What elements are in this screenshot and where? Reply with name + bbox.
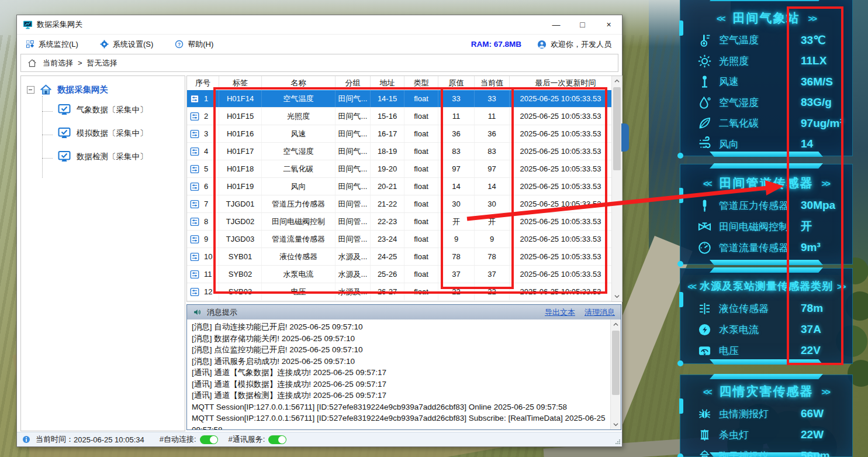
help-icon: ? — [174, 39, 184, 49]
log-line: [消息] 通讯服务启动成功! 2025-06-25 09:57:10 — [192, 356, 608, 367]
column-header[interactable]: 当前值 — [475, 76, 510, 90]
sensor-label: 液位传感器 — [719, 302, 769, 315]
row-number: 8 — [204, 217, 208, 226]
scroll-down-arrow[interactable] — [612, 291, 622, 301]
table-cell: float — [404, 248, 438, 265]
table-row[interactable]: 7TJGD01管道压力传感器田间管...21-22float30302025-0… — [187, 195, 612, 213]
log-scroll-thumb[interactable] — [612, 331, 620, 395]
row-number: 7 — [204, 200, 208, 208]
avatar-icon — [537, 39, 547, 50]
menu-system-monitor[interactable]: 系统监控(L) — [25, 39, 78, 50]
table-cell: 管道流量传感器 — [262, 231, 336, 248]
sensor-value: 36M/S — [801, 75, 833, 88]
table-row[interactable]: 10SYB01液位传感器水源及...24-25float78782025-06-… — [187, 248, 612, 266]
column-header[interactable]: 地址 — [371, 76, 404, 90]
menu-help[interactable]: ? 帮助(H) — [174, 39, 213, 50]
sun-icon — [697, 53, 713, 69]
prev-section-chevron[interactable]: << — [717, 13, 725, 23]
scroll-up-arrow[interactable] — [612, 76, 622, 86]
sensor-label: 田间电磁阀控制 — [719, 220, 789, 233]
menu-label: 系统监控(L) — [39, 39, 78, 50]
tree-node-channel[interactable]: 数据检测〔采集中〕 — [57, 150, 148, 164]
row-icon — [189, 129, 200, 139]
next-section-chevron[interactable]: >> — [837, 281, 845, 291]
auto-connect-toggle[interactable] — [200, 435, 218, 444]
table-row[interactable]: 9TJGD03管道流量传感器田间管...23-24float992025-06-… — [187, 231, 612, 248]
table-cell: 30 — [475, 195, 510, 212]
prev-section-chevron[interactable]: << — [703, 178, 711, 188]
table-cell: 83 — [438, 143, 475, 160]
table-cell: 田间管... — [336, 195, 371, 212]
scroll-thumb[interactable] — [613, 87, 621, 170]
clear-messages-link[interactable]: 清理消息 — [585, 307, 615, 318]
prev-section-chevron[interactable]: << — [703, 387, 711, 397]
column-header[interactable]: 序号 — [187, 76, 219, 90]
table-cell: 37 — [438, 266, 475, 283]
column-header[interactable]: 名称 — [262, 76, 336, 90]
tree-node-channel[interactable]: 模拟数据〔采集中〕 — [57, 126, 148, 140]
table-row[interactable]: 11SYB02水泵电流水源及...25-26float37372025-06-2… — [187, 266, 612, 283]
home-icon[interactable] — [27, 58, 37, 68]
table-cell: 78 — [475, 248, 510, 265]
sensor-reading-row: 孢子捕捉仪 56μm — [680, 445, 852, 457]
comm-service-toggle[interactable] — [268, 435, 286, 444]
next-section-chevron[interactable]: >> — [822, 387, 830, 397]
table-row[interactable]: 1H01F14空气温度田间气...14-15float33332025-06-2… — [187, 90, 612, 108]
table-row[interactable]: 2H01F15光照度田间气...15-16float11112025-06-25… — [187, 108, 612, 125]
table-cell: 18-19 — [371, 143, 404, 160]
table-cell: 2025-06-25 10:05:33.53 — [510, 213, 612, 230]
table-cell: SYB02 — [219, 266, 262, 283]
close-button[interactable]: × — [596, 15, 622, 34]
column-header[interactable]: 标签 — [219, 76, 262, 90]
pressure-sensor-icon — [697, 198, 713, 214]
table-row[interactable]: 5H01F18二氧化碳田间气...19-20float97972025-06-2… — [187, 160, 612, 178]
log-scroll-up-arrow[interactable] — [611, 319, 621, 329]
points-table: 序号标签名称分组地址类型原值当前值最后一次更新时间 1H01F14空气温度田间气… — [186, 75, 623, 302]
log-scroll-down-arrow[interactable] — [611, 420, 621, 429]
table-row[interactable]: 12SYB03电压水源及...26-27float22222025-06-25 … — [187, 283, 612, 301]
resize-grip[interactable] — [615, 439, 621, 445]
row-index-cell: 3 — [187, 125, 219, 142]
spore-trap-icon — [697, 448, 713, 457]
table-cell: 田间气... — [336, 143, 371, 160]
table-cell: H01F19 — [219, 178, 262, 195]
row-index-cell: 7 — [187, 195, 219, 212]
table-cell: TJGD02 — [219, 213, 262, 230]
log-line: [消息] 自动连接功能已开启! 2025-06-25 09:57:10 — [192, 321, 608, 333]
next-section-chevron[interactable]: >> — [808, 13, 817, 23]
table-scrollbar[interactable] — [611, 76, 622, 301]
log-scrollbar[interactable] — [610, 319, 621, 429]
prev-section-chevron[interactable]: << — [687, 281, 696, 291]
column-header[interactable]: 类型 — [404, 76, 438, 90]
row-index-cell: 10 — [187, 248, 219, 265]
column-header[interactable]: 原值 — [438, 76, 475, 90]
export-text-link[interactable]: 导出文本 — [545, 307, 575, 318]
table-row[interactable]: 6H01F19风向田间气...20-21float14142025-06-25 … — [187, 178, 612, 195]
table-row[interactable]: 8TJGD02田间电磁阀控制田间管...22-23float开开2025-06-… — [187, 213, 612, 231]
side-panel-handle[interactable] — [621, 123, 629, 152]
sensor-label: 光照度 — [719, 54, 749, 68]
table-cell: 97 — [438, 160, 475, 177]
table-cell: 24-25 — [371, 248, 404, 265]
maximize-button[interactable]: □ — [569, 15, 596, 34]
tree-node-channel[interactable]: 气象数据〔采集中〕 — [57, 103, 148, 117]
minimize-button[interactable]: — — [543, 15, 569, 34]
table-cell: H01F17 — [219, 143, 262, 160]
table-row[interactable]: 3H01F16风速田间气...16-17float36362025-06-25 … — [187, 125, 612, 143]
column-header[interactable]: 分组 — [336, 76, 371, 90]
table-cell: 水源及... — [336, 283, 371, 300]
bug-icon — [697, 406, 713, 422]
row-number: 11 — [204, 270, 212, 279]
column-header[interactable]: 最后一次更新时间 — [510, 76, 622, 90]
sensor-value: 78m — [801, 302, 823, 315]
user-welcome[interactable]: 欢迎你，开发人员 — [537, 39, 611, 50]
menu-system-settings[interactable]: 系统设置(S) — [99, 39, 153, 50]
svg-text:?: ? — [178, 42, 181, 47]
sensor-value: 56μm — [801, 449, 830, 457]
row-icon — [189, 111, 200, 122]
table-row[interactable]: 4H01F17空气湿度田间气...18-19float83832025-06-2… — [187, 143, 612, 160]
message-panel: 消息提示 导出文本 清理消息 [消息] 自动连接功能已开启! 2025-06-2… — [186, 304, 621, 430]
row-index-cell: 5 — [187, 160, 219, 177]
next-section-chevron[interactable]: >> — [822, 178, 830, 188]
table-cell: 20-21 — [371, 178, 404, 195]
